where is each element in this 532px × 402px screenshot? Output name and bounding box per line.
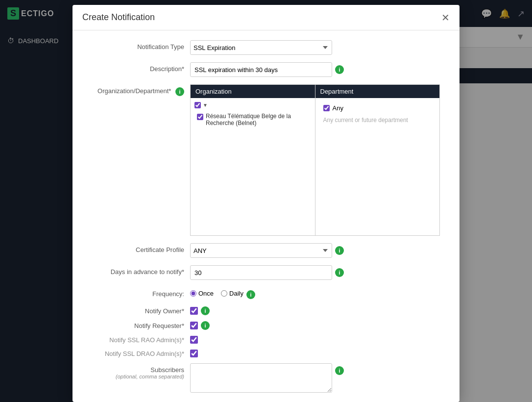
org-select-all-row: ▼ [194,102,311,108]
notify-requester-label: Notify Requester* [87,322,190,329]
subscribers-control: i [190,363,445,393]
org-dept-row: Organization/Department* i Organization … [87,84,445,236]
notify-requester-control: i [190,321,210,330]
notify-owner-info-icon[interactable]: i [201,306,210,315]
notify-owner-label: Notify Owner* [87,307,190,315]
modal-overlay: Create Notification ✕ Notification Type … [0,0,532,402]
org-item-belnet: Réseau Télématique Belge de la Recherche… [194,111,311,128]
notify-ssl-rao-checkbox[interactable] [190,336,198,344]
description-input[interactable] [190,62,332,77]
days-advance-row: Days in advance to notify* i [87,265,445,280]
frequency-control: Once Daily i [190,287,445,299]
notify-owner-row: Notify Owner* i [87,306,445,315]
certificate-profile-row: Certificate Profile ANY Standard Extende… [87,243,445,258]
notification-type-select[interactable]: SSL Expiration Client Expiration Code Si… [190,40,332,55]
org-panel: Organization ▼ Réseau Télématique Belge … [191,85,315,235]
notify-owner-control: i [190,306,210,315]
create-notification-modal: Create Notification ✕ Notification Type … [73,5,459,402]
dept-any-checkbox[interactable] [323,105,330,111]
certificate-profile-control: ANY Standard Extended i [190,243,445,258]
modal-close-button[interactable]: ✕ [441,13,450,23]
frequency-label: Frequency: [87,287,190,298]
notification-type-control: SSL Expiration Client Expiration Code Si… [190,40,445,55]
days-advance-label: Days in advance to notify* [87,265,190,276]
notify-ssl-drao-row: Notify SSL DRAO Admin(s)* [87,350,445,357]
subscribers-input[interactable] [190,363,332,393]
subscribers-info-icon[interactable]: i [335,366,344,375]
certificate-profile-label: Certificate Profile [87,243,190,253]
modal-header: Create Notification ✕ [73,5,459,30]
frequency-daily-option[interactable]: Daily [221,290,243,297]
certificate-profile-info-icon[interactable]: i [335,246,344,255]
org-dept-label: Organization/Department* i [87,84,190,96]
notify-ssl-rao-row: Notify SSL RAO Admin(s)* [87,336,445,344]
org-panel-header: Organization [191,85,315,98]
subscribers-label: Subscribers (optional, comma separated) [87,363,190,379]
org-dept-container: Organization ▼ Réseau Télématique Belge … [190,84,440,236]
frequency-row: Frequency: Once Daily i [87,287,445,299]
certificate-profile-select[interactable]: ANY Standard Extended [190,243,332,258]
org-dept-info-icon[interactable]: i [175,87,184,96]
org-item-checkbox[interactable] [197,114,203,120]
days-advance-info-icon[interactable]: i [335,268,344,277]
notification-type-label: Notification Type [87,40,190,50]
description-info-icon[interactable]: i [335,65,344,74]
modal-body: Notification Type SSL Expiration Client … [73,30,459,402]
notify-ssl-drao-control [190,350,198,357]
frequency-daily-label: Daily [229,290,243,297]
dept-any-row: Any [319,102,436,114]
frequency-once-radio[interactable] [190,290,196,297]
notification-type-row: Notification Type SSL Expiration Client … [87,40,445,55]
dept-placeholder: Any current or future department [319,114,436,126]
notify-ssl-drao-checkbox[interactable] [190,350,198,357]
org-dropdown-arrow[interactable]: ▼ [203,102,208,108]
notify-owner-checkbox[interactable] [190,307,198,315]
notify-ssl-drao-label: Notify SSL DRAO Admin(s)* [87,350,190,357]
description-label: Description* [87,62,190,73]
notify-requester-row: Notify Requester* i [87,321,445,330]
notify-ssl-rao-control [190,336,198,344]
dept-panel-body: Any Any current or future department [315,98,440,235]
dept-any-label: Any [333,104,343,112]
org-panel-body: ▼ Réseau Télématique Belge de la Recherc… [191,98,315,235]
days-advance-control: i [190,265,445,280]
frequency-radio-group: Once Daily [190,287,243,297]
frequency-daily-radio[interactable] [221,290,227,297]
description-control: i [190,62,445,77]
subscribers-sublabel: (optional, comma separated) [87,374,184,379]
dept-panel: Department Any Any current or future dep… [315,85,440,235]
description-row: Description* i [87,62,445,77]
notify-requester-checkbox[interactable] [190,322,198,329]
frequency-once-option[interactable]: Once [190,290,214,297]
dept-panel-header: Department [315,85,440,98]
frequency-once-label: Once [198,290,214,297]
frequency-info-icon[interactable]: i [246,290,255,299]
notify-requester-info-icon[interactable]: i [201,321,210,330]
org-select-all-checkbox[interactable] [194,102,201,108]
modal-title: Create Notification [82,12,155,23]
days-advance-input[interactable] [190,265,332,280]
org-dept-control: Organization ▼ Réseau Télématique Belge … [190,84,445,236]
subscribers-row: Subscribers (optional, comma separated) … [87,363,445,393]
org-item-label: Réseau Télématique Belge de la Recherche… [206,113,309,126]
notify-ssl-rao-label: Notify SSL RAO Admin(s)* [87,336,190,344]
